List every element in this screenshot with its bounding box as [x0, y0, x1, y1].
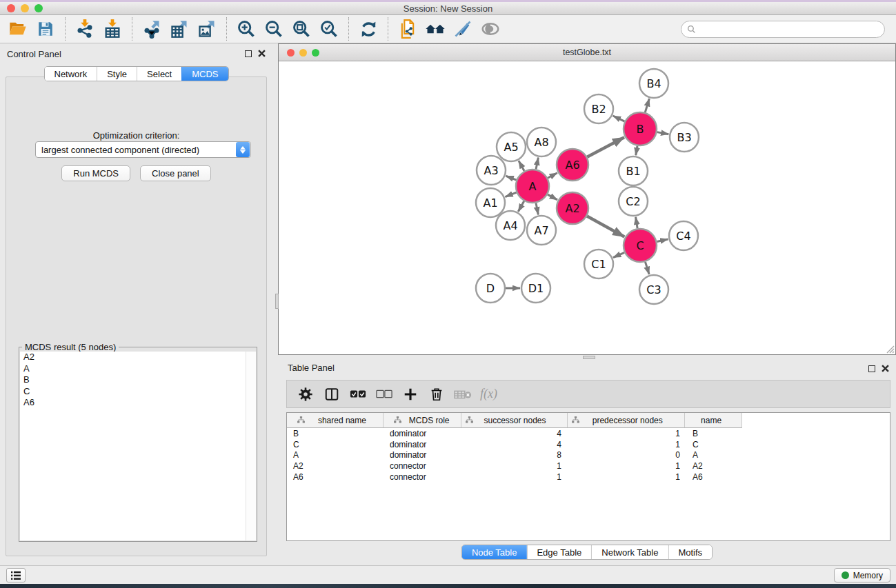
table-cell[interactable]: 1 — [461, 461, 568, 471]
table-cell[interactable]: 1 — [568, 461, 686, 471]
tab-select[interactable]: Select — [137, 67, 181, 81]
table-row[interactable]: Cdominator41C — [287, 439, 890, 450]
search-field[interactable] — [681, 21, 885, 38]
graph-edge[interactable] — [613, 116, 625, 121]
graph-edge[interactable] — [548, 194, 557, 200]
network-window-titlebar[interactable]: testGlobe.txt — [279, 44, 895, 61]
delete-table-button[interactable] — [450, 383, 476, 406]
table-settings-button[interactable] — [292, 383, 319, 406]
graph-edge[interactable] — [519, 161, 524, 171]
tab-style[interactable]: Style — [97, 67, 137, 81]
export-image-button[interactable] — [193, 17, 221, 41]
table-cell[interactable]: 8 — [461, 450, 568, 460]
tab-edge-table[interactable]: Edge Table — [526, 545, 591, 559]
table-cell[interactable]: C — [686, 440, 742, 449]
tab-mcds[interactable]: MCDS — [181, 67, 228, 81]
float-panel-icon[interactable] — [868, 365, 875, 372]
table-cell[interactable]: A2 — [287, 461, 384, 471]
select-all-button[interactable] — [345, 383, 371, 406]
column-header-mcds-role[interactable]: MCDS role — [384, 413, 461, 427]
tab-network[interactable]: Network — [44, 67, 97, 81]
zoom-selected-button[interactable] — [315, 17, 343, 41]
zoom-fit-button[interactable] — [288, 17, 315, 41]
graph-edge[interactable] — [587, 137, 624, 157]
table-cell[interactable]: A2 — [686, 461, 742, 471]
hide-labels-button[interactable] — [449, 17, 477, 41]
export-network-button[interactable] — [138, 17, 166, 41]
table-cell[interactable]: 4 — [461, 429, 568, 438]
network-canvas[interactable]: AA1A2A3A4A5A6A7A8BB1B2B3B4CC1C2C3C4DD1 — [279, 61, 895, 354]
mcds-result-item[interactable]: A2 — [20, 352, 246, 363]
graph-edge[interactable] — [636, 217, 638, 229]
show-columns-button[interactable] — [319, 383, 345, 406]
table-row[interactable]: Adominator80A — [287, 450, 890, 461]
refresh-view-button[interactable] — [355, 17, 382, 41]
table-row[interactable]: A2connector11A2 — [287, 460, 890, 472]
graphics-details-button[interactable] — [477, 17, 504, 41]
table-cell[interactable]: B — [686, 429, 742, 438]
delete-column-button[interactable] — [424, 383, 450, 406]
create-column-button[interactable] — [397, 383, 424, 406]
column-header-predecessor-nodes[interactable]: predecessor nodes — [568, 413, 685, 427]
table-cell[interactable]: 4 — [461, 440, 568, 449]
table-cell[interactable]: B — [287, 429, 384, 438]
table-cell[interactable]: A — [287, 450, 384, 460]
search-input[interactable] — [699, 24, 879, 34]
close-panel-icon[interactable] — [882, 365, 889, 372]
tab-node-table[interactable]: Node Table — [462, 545, 527, 559]
graph-edge[interactable] — [518, 201, 524, 212]
table-cell[interactable]: 1 — [568, 429, 686, 438]
graph-edge[interactable] — [613, 252, 624, 257]
table-cell[interactable]: 1 — [461, 472, 568, 482]
network-graph[interactable]: AA1A2A3A4A5A6A7A8BB1B2B3B4CC1C2C3C4DD1 — [279, 61, 895, 354]
mcds-result-item[interactable]: A6 — [20, 397, 246, 409]
close-panel-icon[interactable] — [258, 50, 266, 57]
graph-edge[interactable] — [505, 192, 516, 196]
table-cell[interactable]: dominator — [384, 429, 461, 438]
task-history-button[interactable] — [6, 568, 26, 582]
export-table-button[interactable] — [166, 17, 193, 41]
table-row[interactable]: Bdominator41B — [287, 428, 890, 439]
import-table-button[interactable] — [99, 17, 126, 41]
graph-edge[interactable] — [645, 262, 649, 274]
tab-network-table[interactable]: Network Table — [591, 545, 668, 559]
deselect-all-button[interactable] — [371, 383, 397, 406]
float-panel-icon[interactable] — [245, 50, 252, 57]
graph-edge[interactable] — [587, 216, 624, 237]
save-session-button[interactable] — [32, 17, 59, 41]
mcds-list-scrollbar[interactable] — [246, 352, 256, 540]
table-cell[interactable]: connector — [384, 461, 461, 471]
tab-motifs[interactable]: Motifs — [668, 545, 712, 559]
resize-grip-icon[interactable] — [885, 344, 895, 354]
column-header-name[interactable]: name — [685, 413, 741, 427]
table-cell[interactable]: connector — [384, 472, 461, 482]
zoom-in-button[interactable] — [232, 17, 260, 41]
close-panel-button[interactable]: Close panel — [140, 165, 211, 181]
table-cell[interactable]: A6 — [287, 472, 384, 482]
column-header-successor-nodes[interactable]: successor nodes — [461, 413, 568, 427]
table-cell[interactable]: dominator — [384, 440, 461, 449]
table-row[interactable]: A6connector11A6 — [287, 472, 890, 483]
vertical-splitter-handle[interactable] — [275, 294, 279, 309]
criterion-dropdown[interactable]: largest connected component (directed) — [35, 141, 251, 158]
table-cell[interactable]: A — [686, 450, 742, 460]
graph-edge[interactable] — [536, 158, 538, 170]
table-cell[interactable]: dominator — [384, 450, 461, 460]
graph-edge[interactable] — [645, 99, 649, 112]
table-cell[interactable]: C — [287, 440, 384, 449]
run-mcds-button[interactable]: Run MCDS — [61, 165, 130, 181]
import-network-button[interactable] — [71, 17, 99, 41]
graph-edge[interactable] — [536, 203, 538, 214]
table-cell[interactable]: 0 — [568, 450, 686, 460]
graph-edge[interactable] — [657, 132, 669, 134]
column-header-shared-name[interactable]: shared name — [287, 413, 384, 427]
home-view-button[interactable] — [421, 17, 449, 41]
memory-button[interactable]: Memory — [834, 568, 890, 582]
mcds-result-item[interactable]: B — [20, 374, 246, 386]
table-cell[interactable]: 1 — [568, 440, 686, 449]
open-session-button[interactable] — [4, 17, 32, 41]
clone-network-button[interactable] — [394, 17, 421, 41]
mcds-result-item[interactable]: C — [20, 386, 246, 398]
graph-edge[interactable] — [636, 146, 637, 156]
zoom-out-button[interactable] — [260, 17, 288, 41]
